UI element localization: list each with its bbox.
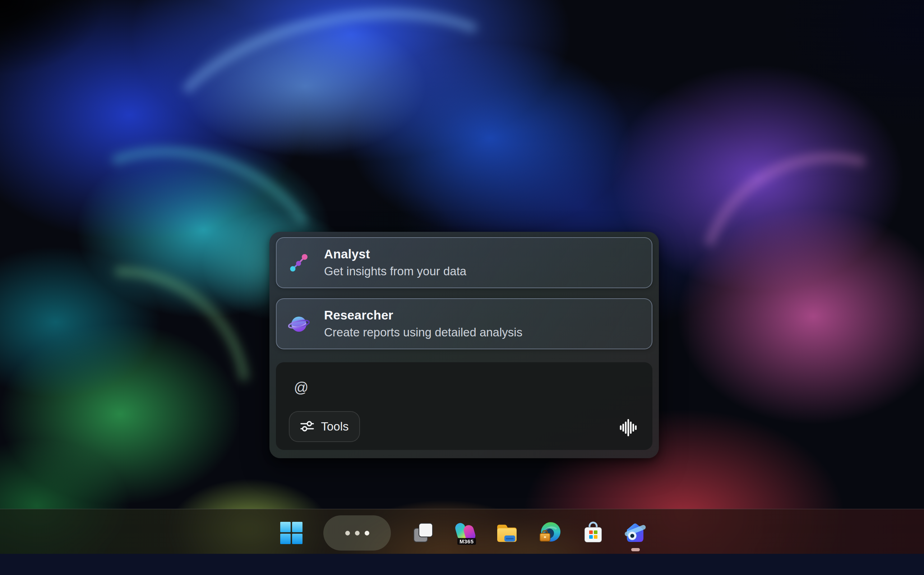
windows-start-icon — [279, 521, 303, 545]
researcher-planet-icon — [288, 313, 310, 335]
folder-icon — [495, 521, 519, 545]
start-button[interactable] — [279, 521, 303, 545]
file-explorer-button[interactable] — [495, 521, 519, 545]
copilot-search-pill[interactable] — [323, 515, 391, 551]
prompt-input-area[interactable]: @ Tools — [276, 362, 652, 450]
clipchamp-button[interactable] — [623, 521, 647, 545]
m365-badge: M365 — [457, 538, 476, 545]
edge-for-business-button[interactable] — [538, 521, 561, 545]
agent-description: Get insights from your data — [324, 263, 466, 280]
tools-button[interactable]: Tools — [289, 411, 360, 442]
ellipsis-loading-icon — [345, 531, 369, 535]
sliders-icon — [300, 420, 314, 434]
voice-waveform-icon[interactable] — [618, 418, 638, 438]
agent-card-researcher[interactable]: Researcher Create reports using detailed… — [276, 298, 652, 349]
prompt-text[interactable]: @ — [294, 380, 309, 396]
agent-title: Analyst — [324, 245, 466, 263]
tools-button-label: Tools — [321, 420, 349, 434]
microsoft-store-button[interactable] — [581, 521, 605, 545]
task-view-icon — [410, 521, 434, 545]
store-bag-icon — [581, 521, 605, 545]
taskbar: M365 — [0, 509, 924, 554]
agent-card-analyst[interactable]: Analyst Get insights from your data — [276, 237, 652, 288]
wallpaper-petal-highlight-pink — [655, 108, 924, 442]
clipchamp-running-indicator — [631, 548, 640, 551]
copilot-prompt-panel: Analyst Get insights from your data — [269, 232, 659, 458]
task-view-button[interactable] — [410, 521, 434, 545]
screen-bottom-strip — [0, 554, 924, 575]
clipchamp-icon — [623, 521, 647, 545]
agent-title: Researcher — [324, 307, 522, 324]
analyst-trend-line-icon — [288, 252, 310, 273]
edge-briefcase-icon — [538, 521, 561, 545]
desktop-screen: Analyst Get insights from your data — [0, 0, 924, 575]
m365-copilot-icon: M365 — [454, 521, 477, 545]
agent-description: Create reports using detailed analysis — [324, 324, 522, 341]
m365-copilot-button[interactable]: M365 — [454, 521, 477, 545]
